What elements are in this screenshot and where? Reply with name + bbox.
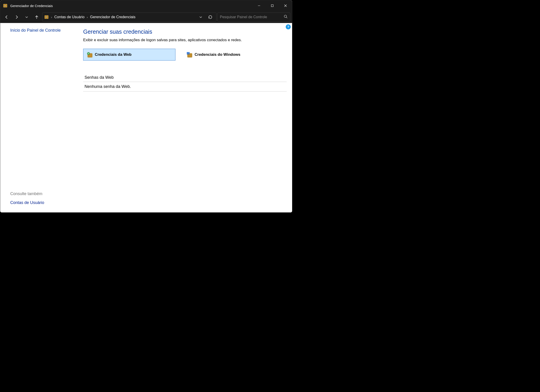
recent-locations-button[interactable] <box>22 13 31 22</box>
page-description: Exibir e excluir suas informações de log… <box>83 38 287 42</box>
address-bar[interactable]: › Contas de Usuário › Gerenciador de Cre… <box>42 13 216 22</box>
windows-safe-icon <box>186 52 192 58</box>
search-box[interactable] <box>217 13 290 22</box>
breadcrumb-part[interactable]: Gerenciador de Credenciais <box>90 15 135 19</box>
credential-type-tabs: Credenciais da Web Credenciais do <box>83 49 287 61</box>
titlebar: Gerenciador de Credenciais <box>0 0 292 11</box>
help-button[interactable]: ? <box>286 24 291 29</box>
svg-point-2 <box>5 5 6 6</box>
tab-label: Credenciais da Web <box>95 52 131 57</box>
navigation-bar: › Contas de Usuário › Gerenciador de Cre… <box>0 11 292 23</box>
svg-line-12 <box>286 17 287 18</box>
empty-message: Nenhuma senha da Web. <box>83 82 287 92</box>
page-title: Gerenciar suas credenciais <box>83 29 287 35</box>
svg-rect-21 <box>188 53 190 54</box>
section-header: Senhas da Web <box>83 73 287 82</box>
refresh-button[interactable] <box>206 13 215 21</box>
help-icon: ? <box>287 25 289 29</box>
svg-rect-4 <box>271 5 273 7</box>
tab-windows-credentials[interactable]: Credenciais do Windows <box>183 49 275 61</box>
svg-point-10 <box>46 17 47 18</box>
close-button[interactable] <box>279 0 292 11</box>
up-button[interactable] <box>32 13 41 22</box>
content-area: ? Início do Painel de Controle Consulte … <box>0 23 292 212</box>
see-also-label: Consulte também <box>10 191 71 196</box>
breadcrumb: › Contas de Usuário › Gerenciador de Cre… <box>51 15 194 19</box>
svg-point-11 <box>284 15 287 18</box>
breadcrumb-sep-icon: › <box>87 15 88 19</box>
search-icon <box>284 15 288 20</box>
minimize-button[interactable] <box>252 0 266 11</box>
address-icon <box>44 15 49 19</box>
svg-rect-19 <box>188 52 190 53</box>
svg-rect-18 <box>187 52 188 53</box>
tab-label: Credenciais do Windows <box>195 52 240 57</box>
tab-web-credentials[interactable]: Credenciais da Web <box>83 49 175 61</box>
app-window: Gerenciador de Credenciais <box>0 0 292 213</box>
svg-rect-20 <box>187 53 188 54</box>
breadcrumb-sep-icon: › <box>51 15 52 19</box>
back-button[interactable] <box>2 13 11 22</box>
search-input[interactable] <box>220 15 284 19</box>
app-icon <box>3 3 8 8</box>
main-panel: Gerenciar suas credenciais Exibir e excl… <box>78 23 292 212</box>
sidebar-home-link[interactable]: Início do Painel de Controle <box>10 28 71 33</box>
window-controls <box>252 0 292 11</box>
window-title: Gerenciador de Credenciais <box>10 4 252 8</box>
forward-button[interactable] <box>12 13 21 22</box>
sidebar-user-accounts-link[interactable]: Contas de Usuário <box>10 200 71 205</box>
address-history-button[interactable] <box>197 13 205 21</box>
globe-safe-icon <box>87 52 93 58</box>
sidebar: Início do Painel de Controle Consulte ta… <box>0 23 78 212</box>
maximize-button[interactable] <box>266 0 279 11</box>
breadcrumb-part[interactable]: Contas de Usuário <box>54 15 85 19</box>
